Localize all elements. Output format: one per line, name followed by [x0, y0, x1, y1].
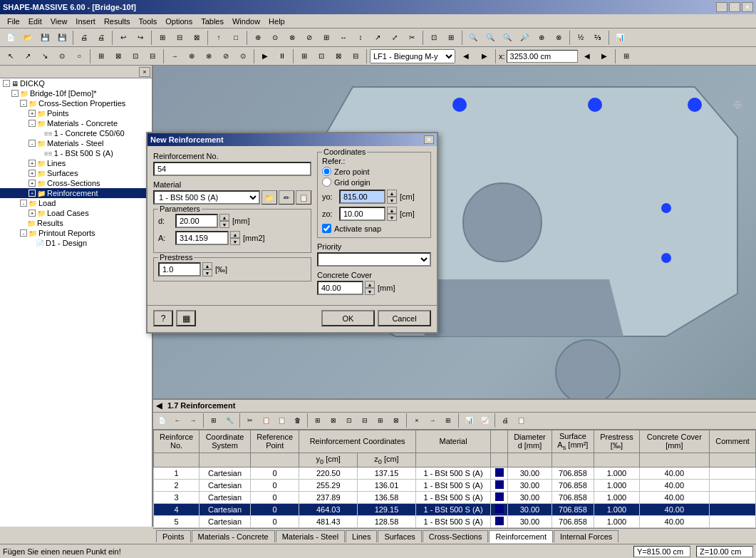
new-button[interactable]: 📄 [3, 30, 19, 46]
tb2-last[interactable]: ⊞ [618, 48, 634, 64]
tool10[interactable]: ↗ [370, 30, 385, 46]
tb2-8[interactable]: ⊡ [128, 48, 143, 64]
expand-lines[interactable]: + [29, 160, 36, 167]
tb2-2[interactable]: ↗ [20, 48, 36, 64]
priority-select[interactable] [317, 252, 431, 267]
tree-reinf[interactable]: + 📁 Reinforcement [0, 188, 152, 198]
cc-up[interactable]: ▲ [365, 281, 375, 288]
menu-tables[interactable]: Tables [197, 16, 228, 27]
grid-button[interactable]: ⊞ [155, 30, 170, 46]
rt3[interactable]: ⊞ [207, 413, 221, 428]
rt-fwd[interactable]: → [186, 413, 200, 428]
tb2-11[interactable]: ⊕ [184, 48, 200, 64]
material-select[interactable]: 1 - BSt 500 S (A) [153, 190, 260, 205]
material-btn3[interactable]: 📋 [296, 190, 311, 205]
tool14[interactable]: ⊞ [443, 30, 459, 46]
tool11[interactable]: ⤢ [387, 30, 403, 46]
d-up[interactable]: ▲ [219, 214, 229, 221]
reinf-no-input[interactable] [153, 162, 311, 176]
tb2-16[interactable]: ⏸ [274, 48, 290, 64]
rt18[interactable]: 📊 [462, 413, 476, 428]
expand-mat-s[interactable]: - [29, 140, 36, 147]
tool18[interactable]: 🔎 [517, 30, 532, 46]
rt1[interactable]: 📄 [155, 413, 169, 428]
tool7[interactable]: ⊞ [319, 30, 334, 46]
print-button[interactable]: 🖨 [76, 30, 92, 46]
tool21[interactable]: ½ [573, 30, 589, 46]
tree-crosssec[interactable]: + 📁 Cross-Sections [0, 178, 152, 188]
tb2-1[interactable]: ↖ [3, 48, 19, 64]
expand-lc[interactable]: + [29, 210, 36, 217]
yo-down[interactable]: ▼ [387, 197, 397, 204]
load-case-select[interactable]: LF1 - Biegung M-y [370, 49, 455, 63]
next-x[interactable]: ▶ [596, 48, 612, 64]
cancel-button[interactable]: Cancel [378, 310, 431, 326]
a-down[interactable]: ▼ [230, 238, 240, 245]
zo-input[interactable] [339, 207, 385, 221]
table-row[interactable]: 3 Cartesian 0 237.89 136.58 1 - BSt 500 … [154, 492, 756, 504]
expand-root[interactable]: - [3, 80, 10, 87]
tool16[interactable]: 🔍 [482, 30, 498, 46]
grid3-button[interactable]: ⊠ [189, 30, 204, 46]
dialog-help-button[interactable]: ? [153, 310, 173, 326]
tb2-20[interactable]: ⊟ [348, 48, 363, 64]
tree-concrete-c50[interactable]: ≡≡ 1 - Concrete C50/60 [0, 128, 152, 138]
expand-csp[interactable]: - [20, 100, 27, 107]
a-input[interactable] [175, 231, 229, 245]
expand-points[interactable]: + [29, 110, 36, 117]
grid2-button[interactable]: ⊟ [172, 30, 187, 46]
undo-button[interactable]: ↩ [115, 30, 131, 46]
tool3[interactable]: ⊕ [250, 30, 266, 46]
yo-up[interactable]: ▲ [387, 190, 397, 197]
tree-root-item[interactable]: - 🖥 DICKQ [0, 78, 152, 88]
tree-surfaces[interactable]: + 📁 Surfaces [0, 168, 152, 178]
tb2-6[interactable]: ⊞ [93, 48, 109, 64]
menu-window[interactable]: Window [228, 16, 264, 27]
tool13[interactable]: ⊡ [426, 30, 442, 46]
tree-project[interactable]: - 📁 Bridge-10f [Demo]* [0, 88, 152, 98]
menu-view[interactable]: View [46, 16, 72, 27]
a-up[interactable]: ▲ [230, 231, 240, 238]
tool2[interactable]: □ [228, 30, 244, 46]
open-button[interactable]: 📂 [20, 30, 36, 46]
prestress-down[interactable]: ▼ [202, 269, 212, 277]
expand-printout[interactable]: - [20, 229, 27, 237]
grid-origin-radio[interactable] [322, 177, 331, 187]
tool1[interactable]: ↑ [211, 30, 227, 46]
redo-button[interactable]: ↪ [133, 30, 148, 46]
rt19[interactable]: 📈 [477, 413, 492, 428]
rt13[interactable]: ⊞ [373, 413, 388, 428]
tb2-5[interactable]: ○ [71, 48, 87, 64]
tb2-10[interactable]: → [167, 48, 182, 64]
ok-button[interactable]: OK [321, 310, 375, 326]
rt4[interactable]: 🔧 [222, 413, 237, 428]
d-down[interactable]: ▼ [219, 221, 229, 228]
yo-input[interactable] [339, 190, 385, 204]
menu-edit[interactable]: Edit [24, 16, 46, 27]
dialog-close-button[interactable]: × [424, 135, 434, 144]
tool5[interactable]: ⊗ [284, 30, 300, 46]
prestress-up[interactable]: ▲ [202, 262, 212, 269]
rt12[interactable]: ⊟ [358, 413, 372, 428]
cc-down[interactable]: ▼ [365, 288, 375, 295]
tree-mat-concrete[interactable]: - 📁 Materials - Concrete [0, 118, 152, 128]
tb2-15[interactable]: ▶ [257, 48, 273, 64]
tb2-18[interactable]: ⊡ [314, 48, 329, 64]
tool23[interactable]: 📊 [612, 30, 628, 46]
table-row[interactable]: 4 Cartesian 0 464.03 129.15 1 - BSt 500 … [154, 504, 756, 516]
tb2-7[interactable]: ⊠ [110, 48, 126, 64]
tree-d1design[interactable]: 📄 D1 - Design [0, 238, 152, 248]
menu-tools[interactable]: Tools [135, 16, 162, 27]
tool8[interactable]: ↔ [336, 30, 351, 46]
rt11[interactable]: ⊡ [342, 413, 356, 428]
tree-results[interactable]: 📁 Results [0, 218, 152, 228]
menu-help[interactable]: Help [264, 16, 289, 27]
tool4[interactable]: ⊙ [267, 30, 283, 46]
prev-x[interactable]: ◀ [579, 48, 595, 64]
tb2-4[interactable]: ⊙ [54, 48, 70, 64]
tb2-17[interactable]: ⊞ [296, 48, 312, 64]
rt20[interactable]: 🖨 [498, 413, 512, 428]
tree-load[interactable]: - 📁 Load [0, 198, 152, 208]
reinf-panel-collapse[interactable]: ◀ [156, 401, 162, 410]
tool19[interactable]: ⊕ [534, 30, 549, 46]
